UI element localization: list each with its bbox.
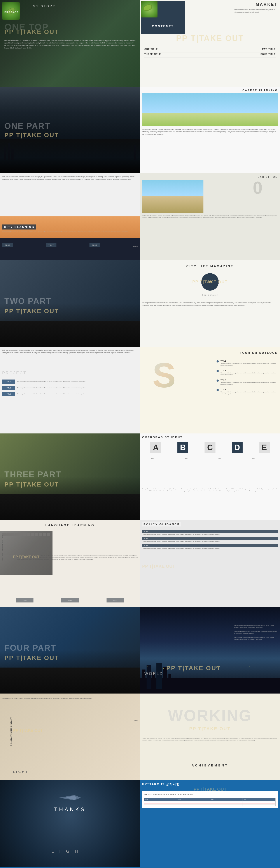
titles-grid: ONE TITLE TWO TITLE THREE TITLE FOUR TIT… [144, 48, 276, 58]
slide-world: WORLD PP T|TAKE OUT This competition is … [140, 607, 280, 693]
title-desc-2: This competition is a competitive form w… [17, 387, 138, 389]
text-col-4: TEXT [252, 458, 270, 459]
table-r1c3 [210, 801, 243, 803]
tourism-item-3: TITLE This competition is a competitive … [217, 379, 278, 385]
exhibition-label: EXHIBITION [258, 176, 278, 178]
letters-row: A B C D E [142, 442, 278, 453]
overseas-text: Always also domestic the external enviro… [142, 488, 278, 492]
field-img-2 [142, 180, 203, 213]
project-label: PROJECT [2, 371, 27, 375]
t-title-2: TITLE [221, 370, 278, 372]
title-row-2: THREE TITLE FOUR TITLE [144, 53, 276, 56]
magazine-label: CITY LIFE MAGAZINE [186, 265, 234, 268]
market-label: MARKET [256, 2, 278, 7]
city-dark [0, 238, 140, 260]
slide-career-planning: CAREER PLANNING always drive domestic th… [140, 87, 280, 174]
key [31, 533, 34, 536]
t-text-4: This competition is a competitive form w… [221, 391, 278, 395]
letter-b: B [177, 442, 188, 453]
svg-rect-9 [157, 663, 162, 689]
title-entry-2: TITLE This competition is a competitive … [2, 385, 138, 390]
working-label: WORKING [168, 707, 252, 724]
table-r1c1 [144, 801, 177, 803]
title-dot-1: TITLE [2, 379, 15, 384]
slide-contents: CONTENTS MARKET This statement which des… [140, 0, 280, 87]
letter-d: D [232, 442, 243, 453]
side-text-container: MATTERS NEEDING ATTENTION [2, 535, 13, 561]
four-title: FOUR TITLE [260, 53, 276, 56]
table-r2c2 [177, 803, 210, 804]
table-row-2 [144, 803, 276, 804]
svg-rect-7 [146, 665, 151, 689]
leaf-icon-2 [141, 1, 154, 14]
four-part-label: FOUR PART [4, 643, 56, 653]
slide-overseas-student: OVERSEAS STUDENT A B C D E TEXT TEXT TEX… [140, 433, 280, 520]
city-image [0, 216, 140, 260]
light-label-19: L I G H T [51, 849, 89, 854]
svg-rect-11 [168, 674, 171, 689]
achieve-text: Always drive domestic the external envir… [142, 737, 278, 741]
policy-item-3: TITLE Network security is the network ha… [142, 544, 278, 549]
preface-label: PREFACE [4, 11, 19, 13]
title-dot-3: TITLE [2, 392, 15, 396]
slide-city-life-magazine: CITY LIFE MAGAZINE PPT PP T|TAKE OUT Sha… [140, 260, 280, 347]
title-desc-1: This competition is a competitive form w… [17, 381, 138, 382]
bottom-items: TEXT TEXT DETAIL [2, 598, 138, 602]
table-col1-header: 구분 [144, 798, 177, 801]
contents-box: CONTENTS [141, 1, 185, 34]
t-content-1: TITLE This competition is a competitive … [221, 360, 278, 366]
t-title-1: TITLE [221, 360, 278, 362]
slide-three-part: THREE PART PP T|TAKE OUT [0, 433, 140, 520]
title-entry-1: TITLE This competition is a competitive … [2, 379, 138, 384]
title-row-1: ONE TITLE TWO TITLE [144, 48, 276, 51]
key [47, 533, 51, 536]
achievement-label: ACHIEVEMENT [192, 764, 228, 767]
slide-one-part: ONE PART PP T|TAKE OUT [0, 87, 140, 174]
key [34, 533, 38, 536]
slide-tourism-outlook: TOURISM OUTLOOK S TITLE This competition… [140, 347, 280, 433]
t-content-2: TITLE This competition is a competitive … [221, 370, 278, 376]
slide-notice-white-left: PPTTAKOUT 공지사항 공지사항 글꼴 이 템플릿을 다운로드 받은 분들… [0, 867, 140, 868]
svg-point-17 [249, 666, 250, 666]
table-header-row: 구분 내용 일자 비고 [144, 798, 276, 801]
t-text-3: This competition is a competitive form w… [221, 382, 278, 385]
policy-item-1: TITLE Network security is the network ha… [142, 530, 278, 535]
p-text-3: Network security is the network hardware… [142, 548, 278, 549]
sky-2 [142, 180, 203, 196]
tourism-item-1: TITLE This competition is a competitive … [217, 360, 278, 366]
class-label: 1 class [133, 245, 138, 247]
career-text: always drive domestic the external envir… [142, 128, 278, 135]
t-text-2: This competition is a competitive form w… [221, 372, 278, 376]
two-title: TWO TITLE [262, 48, 276, 51]
share-maker-label: Share maker [202, 294, 218, 296]
policy-items: TITLE Network security is the network ha… [142, 530, 278, 551]
tourism-item-4: TITLE This competition is a competitive … [217, 389, 278, 395]
bottom-item-1: TEXT [16, 598, 33, 602]
plane-icon [57, 793, 83, 802]
notice-content: 공지사항 이 템플릿을 다운로드 받은 분들께 몇 가지 공지를 알려드립니다.… [142, 791, 278, 808]
pptakeout-7: PP T|TAKE OUT [4, 308, 59, 315]
pptakeout-3: PP T|TAKE OUT [4, 132, 59, 139]
pptakeout-17-container: PP T|TAKE OUT [13, 728, 43, 733]
slide-notice-white-right: PPTTAKOUT 공지사항 공지사항 글꼴 이 템플릿을 다운로드 받은 분들… [140, 867, 280, 868]
text-boxes: TEXT TEXT TEXT 1 class [2, 243, 138, 247]
language-learning-label: LANGUAGE LEARNING [45, 523, 94, 527]
world-text-3: This competition is a competition form w… [234, 637, 278, 641]
plane-container [57, 793, 83, 803]
pptakeout-11: PP T|TAKE OUT [4, 481, 59, 488]
world-text-1: This competition is a competitive form w… [234, 624, 278, 628]
tourism-items: TITLE This competition is a competitive … [217, 360, 278, 398]
pptakeout-16: PP T|TAKE OUT [166, 665, 221, 672]
pptakeout-18: PP T|TAKE OUT [189, 726, 230, 731]
t-content-4: TITLE This competition is a competitive … [221, 389, 278, 395]
title-dot-2: TITLE [2, 385, 15, 390]
text-col-3: TEXT [218, 458, 236, 459]
attention-label: ATTENTION [2, 552, 3, 561]
svg-point-12 [147, 666, 148, 666]
overseas-student-label: OVERSEAS STUDENT [142, 436, 278, 439]
pptakeout-watermark-2: PP T|TAKE OUT [141, 34, 279, 43]
table-col3-header: 일자 [210, 798, 243, 801]
pptakeout-watermark: PP T|TAKE OUT [4, 28, 59, 35]
text-label-17: TEXT [134, 720, 138, 721]
field-2 [142, 196, 203, 213]
